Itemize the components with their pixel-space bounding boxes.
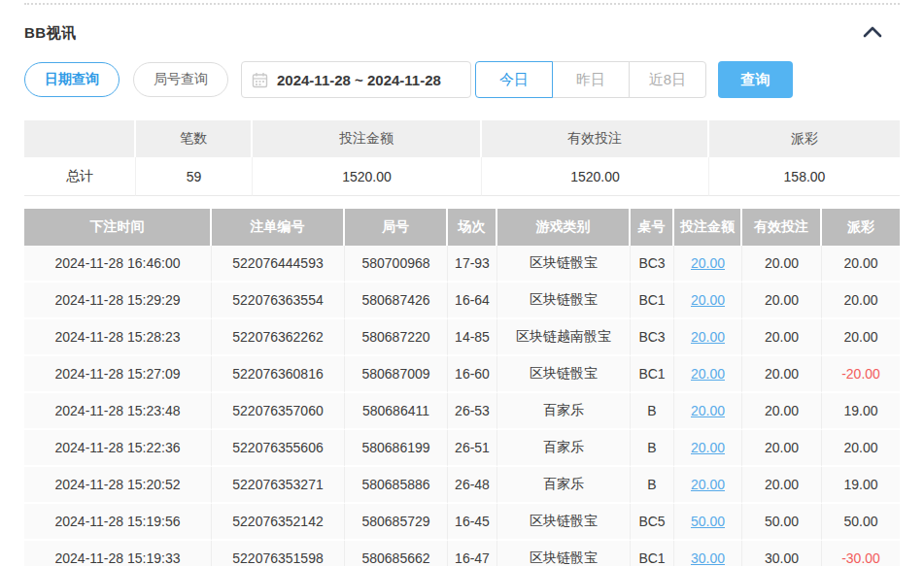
top-dashed-divider: [24, 3, 900, 5]
table-row: 2024-11-28 15:29:29522076363554580687426…: [24, 283, 900, 319]
cell-bet-amount: 50.00: [674, 504, 742, 541]
cell-valid-bet: 20.00: [742, 319, 822, 356]
summary-column-header-2: 投注金额: [253, 120, 482, 157]
table-row: 2024-11-28 15:19:33522076351598580685662…: [24, 541, 900, 566]
tab-round-query[interactable]: 局号查询: [133, 62, 228, 97]
panel-header: BB视讯: [24, 0, 900, 43]
cell-bet-amount: 20.00: [674, 246, 742, 283]
summary-total-label: 总计: [24, 157, 136, 196]
date-range-picker[interactable]: 2024-11-28 ~ 2024-11-28: [241, 61, 471, 98]
cell-valid-bet: 20.00: [742, 467, 822, 504]
cell-session: 16-60: [448, 356, 497, 393]
bet-amount-link[interactable]: 20.00: [691, 366, 725, 382]
summary-column-header-0: [24, 120, 136, 157]
quick-range-last8[interactable]: 近8日: [629, 61, 706, 98]
cell-table-no: B: [631, 430, 674, 467]
cell-payout: -30.00: [822, 541, 900, 566]
cell-round-no: 580685729: [345, 504, 448, 541]
cell-table-no: BC1: [631, 541, 674, 566]
cell-round-no: 580686199: [345, 430, 448, 467]
cell-round-no: 580685886: [345, 467, 448, 504]
summary-total-count: 59: [136, 157, 253, 196]
cell-session: 16-64: [448, 283, 497, 319]
cell-game-type: 百家乐: [497, 467, 631, 504]
cell-bet-amount: 20.00: [674, 319, 742, 356]
bet-amount-link[interactable]: 20.00: [691, 329, 725, 345]
cell-round-no: 580687009: [345, 356, 448, 393]
table-row: 2024-11-28 16:46:00522076444593580700968…: [24, 246, 900, 283]
cell-game-type: 区块链骰宝: [497, 541, 631, 566]
column-header-bet-id: 注单编号: [212, 209, 345, 246]
cell-bet-id: 522076352142: [212, 504, 345, 541]
cell-bet-time: 2024-11-28 15:19:33: [24, 541, 212, 566]
bet-amount-link[interactable]: 50.00: [691, 514, 725, 529]
collapse-button[interactable]: [859, 21, 886, 45]
cell-bet-time: 2024-11-28 16:46:00: [24, 246, 212, 283]
quick-range-today[interactable]: 今日: [475, 61, 553, 98]
summary-header-row: 笔数投注金额有效投注派彩: [24, 120, 900, 157]
cell-game-type: 区块链骰宝: [497, 283, 631, 319]
cell-valid-bet: 50.00: [742, 504, 822, 541]
cell-bet-id: 522076355606: [212, 430, 345, 467]
cell-bet-amount: 20.00: [674, 283, 742, 319]
summary-table: 笔数投注金额有效投注派彩 总计 59 1520.00 1520.00 158.0…: [24, 120, 900, 196]
cell-session: 16-47: [448, 541, 497, 566]
column-header-bet-time: 下注时间: [24, 209, 212, 246]
column-header-payout: 派彩: [822, 209, 900, 246]
bet-amount-link[interactable]: 20.00: [691, 403, 725, 418]
records-panel: BB视讯 日期查询 局号查询 2024-11-28 ~ 2024-11-28: [0, 0, 924, 566]
summary-column-header-1: 笔数: [136, 120, 253, 157]
cell-game-type: 区块链骰宝: [497, 356, 631, 393]
cell-game-type: 区块链骰宝: [497, 246, 631, 283]
cell-payout: 20.00: [822, 430, 900, 467]
cell-payout: 19.00: [822, 393, 900, 430]
column-header-bet-amount: 投注金额: [674, 209, 742, 246]
cell-bet-amount: 20.00: [674, 393, 742, 430]
cell-bet-amount: 20.00: [674, 430, 742, 467]
cell-round-no: 580700968: [345, 246, 448, 283]
records-header-row: 下注时间注单编号局号场次游戏类别桌号投注金额有效投注派彩: [24, 209, 900, 246]
cell-bet-amount: 30.00: [674, 541, 742, 566]
cell-table-no: B: [631, 393, 674, 430]
query-button[interactable]: 查询: [718, 61, 793, 98]
cell-bet-time: 2024-11-28 15:27:09: [24, 356, 212, 393]
table-row: 2024-11-28 15:20:52522076353271580685886…: [24, 467, 900, 504]
tab-date-query[interactable]: 日期查询: [24, 62, 120, 97]
cell-session: 26-53: [448, 393, 497, 430]
bet-amount-link[interactable]: 20.00: [691, 255, 725, 271]
quick-range-yesterday[interactable]: 昨日: [552, 61, 630, 98]
cell-bet-id: 522076353271: [212, 467, 345, 504]
cell-round-no: 580686411: [345, 393, 448, 430]
cell-valid-bet: 20.00: [742, 246, 822, 283]
cell-table-no: BC5: [631, 504, 674, 541]
cell-bet-id: 522076357060: [212, 393, 345, 430]
cell-bet-time: 2024-11-28 15:23:48: [24, 393, 212, 430]
cell-bet-time: 2024-11-28 15:28:23: [24, 319, 212, 356]
cell-bet-time: 2024-11-28 15:19:56: [24, 504, 212, 541]
cell-valid-bet: 20.00: [742, 430, 822, 467]
column-header-valid-bet: 有效投注: [742, 209, 822, 246]
cell-payout: -20.00: [822, 356, 900, 393]
cell-bet-time: 2024-11-28 15:29:29: [24, 283, 212, 319]
cell-bet-amount: 20.00: [674, 356, 742, 393]
table-row: 2024-11-28 15:19:56522076352142580685729…: [24, 504, 900, 541]
bet-amount-link[interactable]: 20.00: [691, 440, 725, 455]
cell-game-type: 区块链骰宝: [497, 504, 631, 541]
cell-session: 26-48: [448, 467, 497, 504]
date-range-value: 2024-11-28 ~ 2024-11-28: [277, 72, 441, 88]
bet-amount-link[interactable]: 20.00: [691, 477, 725, 492]
cell-valid-bet: 20.00: [742, 283, 822, 319]
panel-title: BB视讯: [24, 24, 77, 43]
cell-session: 16-45: [448, 504, 497, 541]
bet-amount-link[interactable]: 30.00: [691, 550, 725, 566]
cell-valid-bet: 20.00: [742, 356, 822, 393]
cell-payout: 20.00: [822, 319, 900, 356]
cell-bet-time: 2024-11-28 15:22:36: [24, 430, 212, 467]
cell-session: 26-51: [448, 430, 497, 467]
filter-toolbar: 日期查询 局号查询 2024-11-28 ~ 2024-11-28 今日 昨日 …: [24, 61, 900, 98]
cell-bet-id: 522076363554: [212, 283, 345, 319]
chevron-up-icon: [863, 24, 882, 42]
bet-amount-link[interactable]: 20.00: [691, 292, 725, 308]
column-header-table-no: 桌号: [631, 209, 674, 246]
summary-total-row: 总计 59 1520.00 1520.00 158.00: [24, 157, 900, 196]
